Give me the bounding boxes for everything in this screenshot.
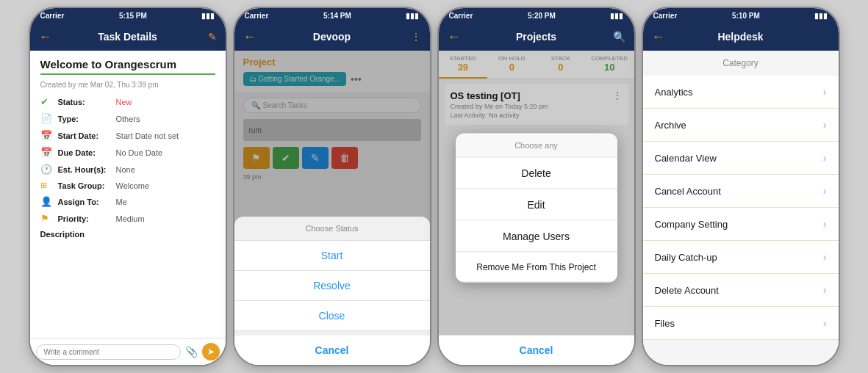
phone-helpdesk: Carrier 5:10 PM ▮▮▮ ← Helpdesk Category … <box>642 7 840 366</box>
send-button[interactable]: ➤ <box>202 343 220 361</box>
assign-to-icon: 👤 <box>40 196 54 207</box>
phone-devoop: Carrier 5:14 PM ▮▮▮ ← Devoop ⋮ Project 🗂… <box>233 7 431 366</box>
choose-header: Choose any <box>456 134 617 158</box>
time-2: 5:14 PM <box>323 12 351 20</box>
archive-chevron: › <box>823 119 827 131</box>
choose-delete-btn[interactable]: Delete <box>456 158 617 189</box>
category-header: Category <box>643 51 839 76</box>
choose-modal: Choose any Delete Edit Manage Users Remo… <box>456 134 617 283</box>
task-group-field: ⊞ Task Group: Welcome <box>40 181 215 190</box>
status-modal-overlay: Choose Status Start Resolve Close Cancel <box>234 51 430 365</box>
carrier-3: Carrier <box>449 12 473 20</box>
time-3: 5:20 PM <box>528 12 556 20</box>
calendar-view-chevron: › <box>823 152 827 164</box>
nav-bar-2: ← Devoop ⋮ <box>234 23 430 51</box>
helpdesk-archive[interactable]: Archive › <box>643 109 839 142</box>
daily-catchup-label: Daily Catch-up <box>655 252 717 263</box>
task-details-body: Welcome to Orangescrum Created by me Mar… <box>30 51 226 338</box>
edit-icon-1[interactable]: ✎ <box>202 31 217 43</box>
est-hours-field: 🕐 Est. Hour(s): None <box>40 164 215 175</box>
devoop-body: Project 🗂 Getting Started Orange... ••• … <box>234 51 430 365</box>
type-field: 📄 Type: Others <box>40 113 215 124</box>
start-date-icon: 📅 <box>40 130 54 141</box>
task-title: Welcome to Orangescrum <box>40 58 215 70</box>
modal-close-btn[interactable]: Close <box>234 301 430 331</box>
battery-3: ▮▮▮ <box>610 12 623 20</box>
archive-label: Archive <box>655 120 686 131</box>
start-date-field: 📅 Start Date: Start Date not set <box>40 130 215 141</box>
status-label: Status: <box>58 98 113 106</box>
phone-projects: Carrier 5:20 PM ▮▮▮ ← Projects 🔍 STARTED… <box>437 7 636 366</box>
files-label: Files <box>655 318 675 329</box>
nav-title-3: Projects <box>462 31 611 43</box>
modal-header: Choose Status <box>234 217 430 241</box>
company-setting-label: Company Setting <box>655 219 728 230</box>
helpdesk-calendar-view[interactable]: Calendar View › <box>643 142 839 175</box>
comment-input[interactable] <box>36 344 181 360</box>
nav-title-1: Task Details <box>54 31 202 43</box>
helpdesk-daily-catchup[interactable]: Daily Catch-up › <box>643 241 839 274</box>
daily-catchup-chevron: › <box>823 251 827 263</box>
start-date-label: Start Date: <box>58 131 113 140</box>
status-field: ✔ Status: New <box>40 96 215 107</box>
carrier-2: Carrier <box>245 12 269 20</box>
attach-icon[interactable]: 📎 <box>185 346 198 358</box>
time-4: 5:10 PM <box>732 12 760 20</box>
task-progress-line <box>40 73 215 75</box>
cancel-account-label: Cancel Account <box>655 186 721 197</box>
due-date-value: No Due Date <box>116 148 163 157</box>
phones-container: Carrier 5:15 PM ▮▮▮ ← Task Details ✎ Wel… <box>29 7 840 366</box>
assign-to-field: 👤 Assign To: Me <box>40 196 215 207</box>
modal-resolve-btn[interactable]: Resolve <box>234 271 430 301</box>
analytics-label: Analytics <box>655 87 693 98</box>
choose-manage-users-btn[interactable]: Manage Users <box>456 221 617 253</box>
helpdesk-files[interactable]: Files › <box>643 307 839 340</box>
helpdesk-delete-account[interactable]: Delete Account › <box>643 274 839 307</box>
search-icon-3[interactable]: 🔍 <box>611 31 625 43</box>
phone-task-details: Carrier 5:15 PM ▮▮▮ ← Task Details ✎ Wel… <box>29 7 227 366</box>
type-icon: 📄 <box>40 113 54 124</box>
back-button-4[interactable]: ← <box>652 29 667 45</box>
choose-remove-btn[interactable]: Remove Me From This Project <box>456 253 617 283</box>
carrier-4: Carrier <box>653 12 678 20</box>
est-hours-value: None <box>116 165 135 174</box>
helpdesk-analytics[interactable]: Analytics › <box>643 76 839 109</box>
modal-cancel-btn[interactable]: Cancel <box>234 336 430 365</box>
choose-modal-overlay: Choose any Delete Edit Manage Users Remo… <box>439 51 634 365</box>
status-bar-4: Carrier 5:10 PM ▮▮▮ <box>643 8 839 23</box>
task-group-value: Welcome <box>116 181 150 190</box>
projects-body: STARTED 39 ON HOLD 0 STACK 0 COMPLETED 1… <box>439 51 634 365</box>
company-setting-chevron: › <box>823 218 827 230</box>
back-button-2[interactable]: ← <box>243 29 258 45</box>
cancel-account-chevron: › <box>823 185 827 197</box>
carrier-1: Carrier <box>40 12 65 20</box>
status-bar-2: Carrier 5:14 PM ▮▮▮ <box>234 8 430 23</box>
comment-bar: 📎 ➤ <box>30 338 226 365</box>
status-icon: ✔ <box>40 96 54 107</box>
status-bar-1: Carrier 5:15 PM ▮▮▮ <box>30 8 226 23</box>
task-group-icon: ⊞ <box>40 181 54 190</box>
files-chevron: › <box>823 317 827 329</box>
delete-account-label: Delete Account <box>655 285 719 296</box>
projects-cancel-btn[interactable]: Cancel <box>439 335 634 365</box>
est-hours-label: Est. Hour(s): <box>58 165 113 174</box>
back-button-1[interactable]: ← <box>39 29 54 45</box>
priority-value: Medium <box>116 214 145 223</box>
back-button-3[interactable]: ← <box>448 29 462 45</box>
time-1: 5:15 PM <box>119 12 147 20</box>
task-group-label: Task Group: <box>58 181 113 190</box>
est-hours-icon: 🕐 <box>40 164 54 175</box>
description-label: Description <box>40 230 96 239</box>
nav-bar-4: ← Helpdesk <box>643 23 839 51</box>
helpdesk-cancel-account[interactable]: Cancel Account › <box>643 175 839 208</box>
delete-account-chevron: › <box>823 284 827 296</box>
more-icon-2[interactable]: ⋮ <box>406 31 421 43</box>
helpdesk-company-setting[interactable]: Company Setting › <box>643 208 839 241</box>
due-date-label: Due Date: <box>58 148 113 157</box>
start-date-value: Start Date not set <box>116 131 179 140</box>
assign-to-label: Assign To: <box>58 198 113 206</box>
modal-start-btn[interactable]: Start <box>234 241 430 271</box>
choose-edit-btn[interactable]: Edit <box>456 189 617 221</box>
type-label: Type: <box>58 115 113 123</box>
due-date-field: 📅 Due Date: No Due Date <box>40 147 215 158</box>
